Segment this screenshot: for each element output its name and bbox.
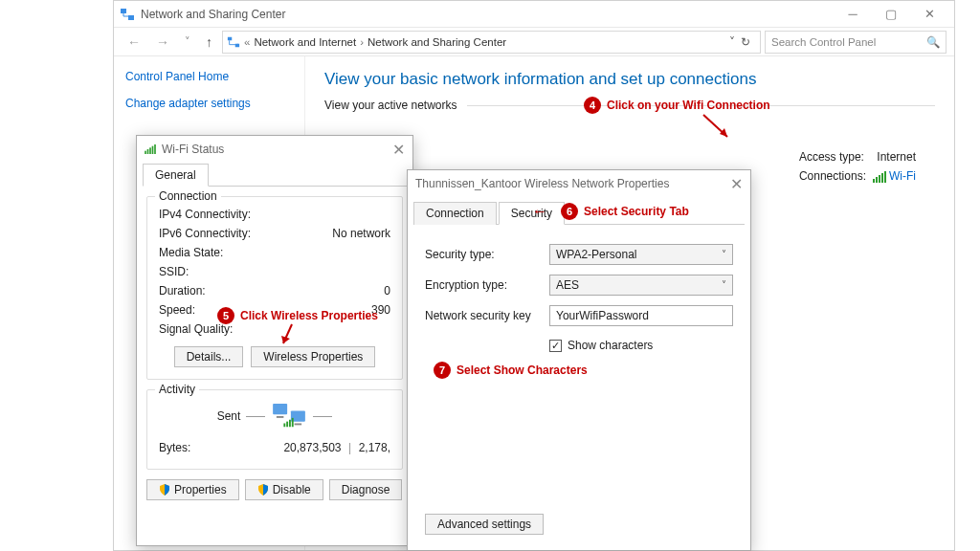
details-button[interactable]: Details... xyxy=(174,346,244,367)
breadcrumb[interactable]: « Network and Internet › Network and Sha… xyxy=(222,31,761,54)
connections-label: Connections: xyxy=(799,169,866,183)
svg-rect-6 xyxy=(879,175,880,183)
security-key-label: Network security key xyxy=(425,306,549,325)
page-heading: View your basic network information and … xyxy=(324,70,935,89)
window-title: Network and Sharing Center xyxy=(141,8,285,21)
media-label: Media State: xyxy=(159,243,283,262)
show-characters-checkbox[interactable]: ✓ Show characters xyxy=(549,336,653,355)
svg-rect-16 xyxy=(277,416,284,418)
history-dropdown[interactable]: ˅ xyxy=(179,35,196,48)
dialog-titlebar: Wi-Fi Status ✕ xyxy=(137,136,412,163)
speed-value: 390 xyxy=(283,300,390,320)
ipv4-label: IPv4 Connectivity: xyxy=(159,205,283,224)
sent-label: Sent xyxy=(217,409,241,423)
tab-general[interactable]: General xyxy=(143,164,209,187)
svg-rect-18 xyxy=(284,424,286,428)
svg-rect-20 xyxy=(289,420,291,428)
chevron-down-icon: ˅ xyxy=(722,276,726,295)
security-type-select[interactable]: WPA2-Personal˅ xyxy=(549,244,733,265)
disable-button[interactable]: Disable xyxy=(245,479,323,500)
svg-rect-4 xyxy=(873,179,875,183)
search-icon: 🔍 xyxy=(926,35,940,49)
group-label: Activity xyxy=(155,383,199,396)
group-connection: Connection IPv4 Connectivity: IPv6 Conne… xyxy=(146,196,403,380)
crumb-current[interactable]: Network and Sharing Center xyxy=(368,36,506,48)
advanced-settings-button[interactable]: Advanced settings xyxy=(425,514,544,535)
network-icon xyxy=(120,7,135,22)
search-placeholder: Search Control Panel xyxy=(771,36,876,48)
wireless-properties-button[interactable]: Wireless Properties xyxy=(251,346,375,367)
nav-change-adapter[interactable]: Change adapter settings xyxy=(125,97,293,110)
wireless-properties-dialog: Thunnissen_Kantoor Wireless Network Prop… xyxy=(407,169,751,551)
svg-rect-9 xyxy=(145,151,146,154)
svg-rect-11 xyxy=(149,147,151,154)
maximize-button[interactable]: ▢ xyxy=(872,4,910,25)
wifi-signal-icon xyxy=(145,144,156,154)
group-label: Connection xyxy=(155,189,221,203)
diagnose-button[interactable]: Diagnose xyxy=(329,479,403,500)
encryption-type-select[interactable]: AES˅ xyxy=(549,275,733,296)
group-activity: Activity Sent Bytes: 20,873,503 | 2,178, xyxy=(146,389,403,470)
duration-value: 0 xyxy=(283,281,390,300)
bytes-sent: 20,873,503 xyxy=(272,438,342,457)
checkbox-icon: ✓ xyxy=(549,340,562,352)
minimize-button[interactable]: ─ xyxy=(834,4,872,25)
tab-connection[interactable]: Connection xyxy=(413,202,497,225)
search-input[interactable]: Search Control Panel 🔍 xyxy=(765,31,947,54)
bytes-received: 2,178, xyxy=(359,438,390,457)
security-key-input[interactable]: YourWifiPassword xyxy=(549,305,733,326)
forward-button[interactable]: → xyxy=(150,34,175,50)
dialog-title: Thunnissen_Kantoor Wireless Network Prop… xyxy=(415,177,669,190)
bytes-label: Bytes: xyxy=(159,438,272,457)
refresh-icon[interactable]: ↻ xyxy=(741,35,750,49)
address-bar: ← → ˅ ↑ « Network and Internet › Network… xyxy=(114,28,954,56)
duration-label: Duration: xyxy=(159,281,283,300)
ipv6-label: IPv6 Connectivity: xyxy=(159,224,283,243)
access-type-value: Internet xyxy=(877,150,916,164)
svg-rect-14 xyxy=(273,404,287,414)
chevron-down-icon: ˅ xyxy=(722,245,726,264)
section-label: View your active networks xyxy=(324,99,457,112)
signal-label: Signal Quality: xyxy=(159,320,283,339)
close-button[interactable]: ✕ xyxy=(730,175,743,193)
ipv6-value: No network xyxy=(283,224,390,243)
svg-rect-13 xyxy=(154,144,156,154)
svg-rect-17 xyxy=(295,424,302,426)
network-activity-icon xyxy=(271,402,307,430)
svg-rect-2 xyxy=(228,36,232,40)
dialog-title: Wi-Fi Status xyxy=(162,143,224,156)
shield-icon xyxy=(257,484,269,496)
wifi-signal-icon xyxy=(873,171,886,183)
tab-security[interactable]: Security xyxy=(499,202,565,225)
svg-rect-12 xyxy=(152,146,154,154)
svg-rect-10 xyxy=(147,149,149,154)
access-type-label: Access type: xyxy=(799,150,864,164)
shield-icon xyxy=(159,484,170,496)
security-type-label: Security type: xyxy=(425,245,549,264)
svg-rect-21 xyxy=(292,418,294,427)
network-info: Access type: Internet Connections: Wi-Fi xyxy=(799,147,916,186)
encryption-type-label: Encryption type: xyxy=(425,276,549,295)
wifi-connection-link[interactable]: Wi-Fi xyxy=(889,169,916,183)
close-button[interactable]: ✕ xyxy=(392,141,405,159)
svg-rect-19 xyxy=(287,422,289,428)
network-icon xyxy=(227,35,240,49)
svg-rect-0 xyxy=(121,9,126,13)
crumb-parent[interactable]: Network and Internet xyxy=(254,36,356,48)
dropdown-icon[interactable]: ˅ xyxy=(729,35,735,49)
svg-rect-7 xyxy=(881,173,883,183)
back-button[interactable]: ← xyxy=(122,34,146,50)
svg-rect-8 xyxy=(884,171,886,183)
checkbox-label: Show characters xyxy=(568,336,653,355)
section-active-networks: View your active networks xyxy=(324,99,935,112)
properties-button[interactable]: Properties xyxy=(146,479,239,500)
ssid-label: SSID: xyxy=(159,262,283,281)
nav-control-panel-home[interactable]: Control Panel Home xyxy=(125,70,293,83)
speed-label: Speed: xyxy=(159,300,283,320)
svg-rect-5 xyxy=(876,177,878,183)
dialog-titlebar: Thunnissen_Kantoor Wireless Network Prop… xyxy=(408,170,750,197)
close-button[interactable]: ✕ xyxy=(910,4,948,25)
tab-strip: Connection Security xyxy=(413,201,745,225)
up-button[interactable]: ↑ xyxy=(200,34,218,50)
titlebar: Network and Sharing Center ─ ▢ ✕ xyxy=(114,1,954,28)
